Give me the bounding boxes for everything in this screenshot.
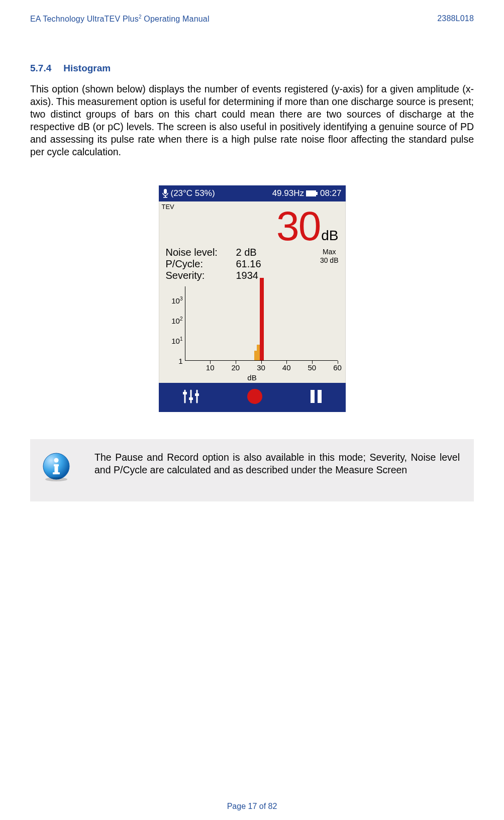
svg-rect-0 xyxy=(164,189,167,194)
y-tick: 103 xyxy=(165,296,183,305)
section-paragraph: This option (shown below) displays the n… xyxy=(30,83,474,158)
max-label: Max xyxy=(320,248,339,256)
freq-readout: 49.93Hz xyxy=(272,188,304,198)
noise-value: 2 dB xyxy=(236,247,291,258)
device-screenshot: (23°C 53%) 49.93Hz 08:27 TEV 30dB Noise … xyxy=(159,185,346,412)
pause-button[interactable] xyxy=(309,389,323,406)
x-tick: 10 xyxy=(206,363,215,372)
clock-readout: 08:27 xyxy=(320,188,342,198)
section-heading: 5.7.4Histogram xyxy=(30,63,474,74)
svg-rect-1 xyxy=(165,195,166,197)
svg-rect-18 xyxy=(55,464,58,473)
main-reading-value: 30 xyxy=(276,203,320,249)
svg-rect-19 xyxy=(53,472,60,474)
running-head-left: EA Technology UltraTEV Plus2 Operating M… xyxy=(30,14,210,24)
pcycle-value: 61.16 xyxy=(236,258,291,270)
page-footer: Page 17 of 82 xyxy=(0,802,504,811)
env-readout: (23°C 53%) xyxy=(171,188,215,198)
record-button[interactable] xyxy=(246,387,264,407)
y-tick: 1 xyxy=(165,356,183,365)
main-reading: 30dB xyxy=(159,208,346,245)
info-icon xyxy=(40,451,72,483)
callout-text: The Pause and Record option is also avai… xyxy=(94,451,460,476)
section-number: 5.7.4 xyxy=(30,63,51,73)
x-axis-label: dB xyxy=(165,373,340,382)
svg-rect-8 xyxy=(183,392,187,394)
svg-point-16 xyxy=(54,458,59,462)
max-value: 30 dB xyxy=(320,256,339,265)
svg-rect-12 xyxy=(311,390,315,403)
section-title: Histogram xyxy=(63,63,111,73)
device-bottombar xyxy=(159,383,346,412)
x-tick: 20 xyxy=(231,363,240,372)
svg-rect-2 xyxy=(163,197,167,198)
svg-rect-9 xyxy=(189,397,193,400)
running-head-right: 2388L018 xyxy=(437,14,474,24)
x-tick: 50 xyxy=(308,363,316,372)
svg-rect-3 xyxy=(306,190,316,196)
x-tick: 60 xyxy=(333,363,342,372)
histogram-chart: dB 1101102103102030405060 xyxy=(165,286,340,381)
device-topbar: (23°C 53%) 49.93Hz 08:27 xyxy=(159,185,346,201)
battery-icon xyxy=(306,190,318,196)
severity-label: Severity: xyxy=(166,270,236,281)
svg-point-15 xyxy=(45,477,67,481)
x-tick: 40 xyxy=(282,363,291,372)
severity-value: 1934 xyxy=(236,270,291,281)
info-callout: The Pause and Record option is also avai… xyxy=(30,439,474,501)
settings-button[interactable] xyxy=(181,388,201,406)
svg-point-11 xyxy=(247,389,262,404)
mic-icon xyxy=(162,189,169,198)
x-tick: 30 xyxy=(257,363,265,372)
main-reading-unit: dB xyxy=(321,228,338,243)
svg-rect-10 xyxy=(195,393,199,396)
pcycle-label: P/Cycle: xyxy=(166,258,236,270)
svg-rect-13 xyxy=(318,390,322,403)
y-tick: 102 xyxy=(165,316,183,325)
y-tick: 101 xyxy=(165,336,183,345)
svg-rect-4 xyxy=(316,192,318,195)
stats-block: Noise level: P/Cycle: Severity: 2 dB 61.… xyxy=(159,245,346,281)
noise-label: Noise level: xyxy=(166,247,236,258)
